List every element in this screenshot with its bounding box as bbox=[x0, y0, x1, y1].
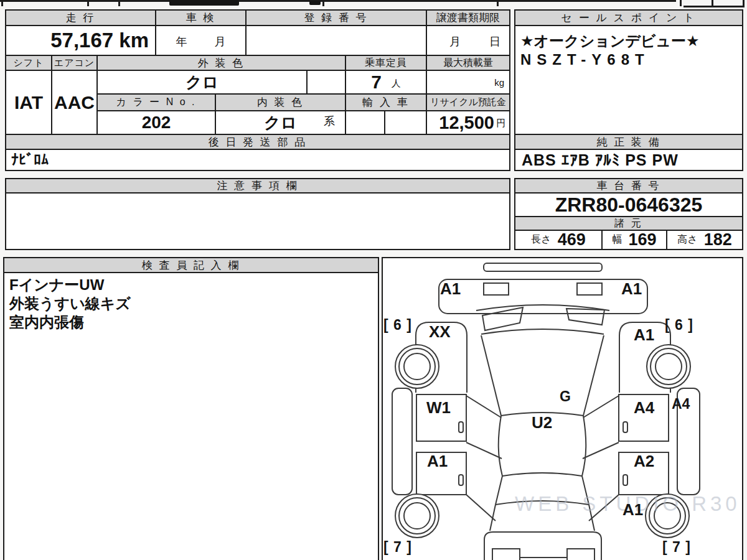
damage-code-right-front-door: A4 bbox=[634, 399, 654, 416]
damage-code-right-side: A4 bbox=[672, 397, 690, 411]
spec-width-cell: 幅 169 bbox=[601, 230, 667, 250]
cutoff-text-remnant bbox=[309, 1, 321, 5]
inspector-notes-header: 検 査 員 記 入 欄 bbox=[3, 257, 379, 273]
inspector-note-line: 室内内張傷 bbox=[9, 313, 84, 332]
import-car-header: 輸 入 車 bbox=[345, 93, 427, 111]
spec-height-cell: 高さ 182 bbox=[666, 230, 743, 250]
notes-header: 注 意 事 項 欄 bbox=[5, 178, 510, 194]
sales-point-line2: NSZT-Y68T bbox=[520, 51, 650, 68]
damage-code-front-bumper-right: A1 bbox=[621, 281, 642, 297]
damage-code-right-fender: A1 bbox=[634, 327, 654, 343]
deadline-day-label: 日 bbox=[489, 34, 500, 49]
top-strip-vline bbox=[680, 0, 682, 6]
interior-color-text: クロ bbox=[264, 112, 297, 134]
inspection-value: 年 月 bbox=[155, 25, 247, 56]
genuine-equipment-header: 純 正 装 備 bbox=[514, 134, 743, 150]
capacity-number: 7 bbox=[371, 72, 382, 93]
spec-length-label: 長さ bbox=[531, 233, 551, 246]
spec-height-value: 182 bbox=[704, 230, 732, 250]
transfer-deadline-header: 譲渡書類期限 bbox=[426, 9, 510, 26]
damage-code-front-bumper-left: A1 bbox=[440, 281, 461, 297]
transfer-deadline-value: 月 日 bbox=[426, 25, 510, 56]
specs-header: 諸 元 bbox=[514, 216, 743, 231]
recycle-deposit-value: 12,500 円 bbox=[426, 110, 510, 135]
shift-value: IAT bbox=[5, 70, 52, 135]
interior-color-suffix: 系 bbox=[324, 114, 335, 129]
damage-code-roof-u2: U2 bbox=[532, 414, 552, 431]
top-strip-vline bbox=[743, 0, 745, 6]
recycle-amount: 12,500 bbox=[439, 113, 494, 133]
interior-color-value: クロ 系 bbox=[215, 110, 346, 135]
damage-code-left-front-door: W1 bbox=[426, 399, 451, 416]
recycle-unit: 円 bbox=[496, 118, 505, 134]
genuine-equipment-value: ABS ｴｱB ｱﾙﾐ PS PW bbox=[514, 149, 743, 171]
top-strip-vline bbox=[497, 0, 499, 6]
color-no-header: カ ラ ー N o . bbox=[96, 93, 216, 111]
exterior-color-header: 外 装 色 bbox=[96, 55, 346, 71]
import-car-cell-2 bbox=[384, 110, 427, 135]
damage-code-right-rear-door: A2 bbox=[634, 453, 654, 469]
top-strip-hline-2 bbox=[684, 6, 745, 7]
mileage-value: 57,167 km bbox=[5, 25, 156, 56]
spec-length-cell: 長さ 469 bbox=[514, 230, 603, 250]
mileage-header: 走 行 bbox=[5, 9, 156, 26]
damage-code-right-quarter: A1 bbox=[622, 502, 643, 518]
deadline-month-label: 月 bbox=[449, 34, 461, 49]
top-strip-hline bbox=[0, 0, 676, 2]
inspector-note-line: 外装うすい線キズ bbox=[9, 294, 131, 313]
auction-sheet-page: 走 行 車 検 登 録 番 号 譲渡書類期限 57,167 km 年 月 月 日… bbox=[0, 0, 747, 560]
shift-header: シフト bbox=[5, 55, 52, 71]
damage-code-roof-g: G bbox=[560, 390, 571, 404]
spec-width-label: 幅 bbox=[612, 233, 622, 246]
sales-point-content: ★オークションデビュー★ NSZT-Y68T bbox=[514, 25, 743, 135]
max-load-value: kg bbox=[426, 70, 510, 95]
later-parts-value: ﾅﾋﾞﾛﾑ bbox=[5, 149, 510, 171]
sales-point-line1: ★オークションデビュー★ bbox=[520, 31, 700, 51]
sales-point-header: セ ー ル ス ポ イ ン ト bbox=[514, 9, 743, 26]
top-strip-vline bbox=[87, 0, 89, 6]
aircon-value: AAC bbox=[51, 70, 98, 135]
damage-code-left-rear-door: A1 bbox=[427, 453, 448, 469]
inspector-notes-box: FインナーUW 外装うすい線キズ 室内内張傷 bbox=[3, 272, 379, 560]
tire-grade-front-left: [ 6 ] bbox=[383, 318, 412, 332]
max-load-header: 最大積載量 bbox=[426, 55, 510, 71]
exterior-color-spare-cell bbox=[306, 70, 346, 95]
mileage-text: 57,167 km bbox=[50, 29, 149, 52]
top-strip-vline bbox=[322, 0, 324, 6]
tire-grade-rear-left: [ 7 ] bbox=[383, 540, 412, 554]
top-strip-vline bbox=[712, 0, 713, 6]
top-strip-vline bbox=[1, 0, 3, 6]
registration-number-value bbox=[245, 25, 427, 56]
inspection-year-label: 年 bbox=[176, 34, 187, 49]
chassis-number-value: ZRR80-0646325 bbox=[514, 192, 743, 217]
inspection-header: 車 検 bbox=[155, 9, 247, 26]
spec-width-value: 169 bbox=[628, 230, 656, 250]
aircon-header: エアコン bbox=[51, 55, 98, 71]
damage-code-left-fender: XX bbox=[429, 324, 451, 340]
interior-color-header: 内 装 色 bbox=[215, 93, 346, 111]
inspector-note-line: FインナーUW bbox=[9, 276, 104, 294]
max-load-unit: kg bbox=[494, 77, 504, 88]
damage-diagram: WEB STUDIO R30 A1 A1 [ 6 ] XX A1 [ 6 ] W… bbox=[382, 257, 743, 560]
recycle-deposit-header: リサイクル預託金 bbox=[426, 93, 510, 111]
chassis-number-header: 車 台 番 号 bbox=[514, 178, 743, 194]
auction-sheet: { "main": { "mileage_label": "走 行", "mil… bbox=[0, 0, 747, 560]
later-parts-header: 後 日 発 送 部 品 bbox=[5, 134, 510, 150]
color-no-value: 202 bbox=[96, 110, 216, 135]
top-strip-vline bbox=[118, 0, 120, 6]
spec-height-label: 高さ bbox=[677, 233, 697, 246]
tire-grade-rear-right: [ 7 ] bbox=[662, 540, 691, 554]
spec-length-value: 469 bbox=[558, 230, 586, 250]
notes-box bbox=[5, 192, 510, 250]
registration-number-header: 登 録 番 号 bbox=[245, 9, 427, 26]
capacity-header: 乗車定員 bbox=[345, 55, 427, 71]
exterior-color-value: クロ bbox=[96, 70, 308, 95]
inspection-month-label: 月 bbox=[215, 34, 226, 49]
capacity-unit: 人 bbox=[392, 78, 401, 93]
import-car-cell-1 bbox=[345, 110, 385, 135]
capacity-value: 7 人 bbox=[345, 70, 427, 95]
cutoff-text-remnant bbox=[169, 0, 239, 6]
tire-grade-front-right: [ 6 ] bbox=[665, 318, 693, 332]
